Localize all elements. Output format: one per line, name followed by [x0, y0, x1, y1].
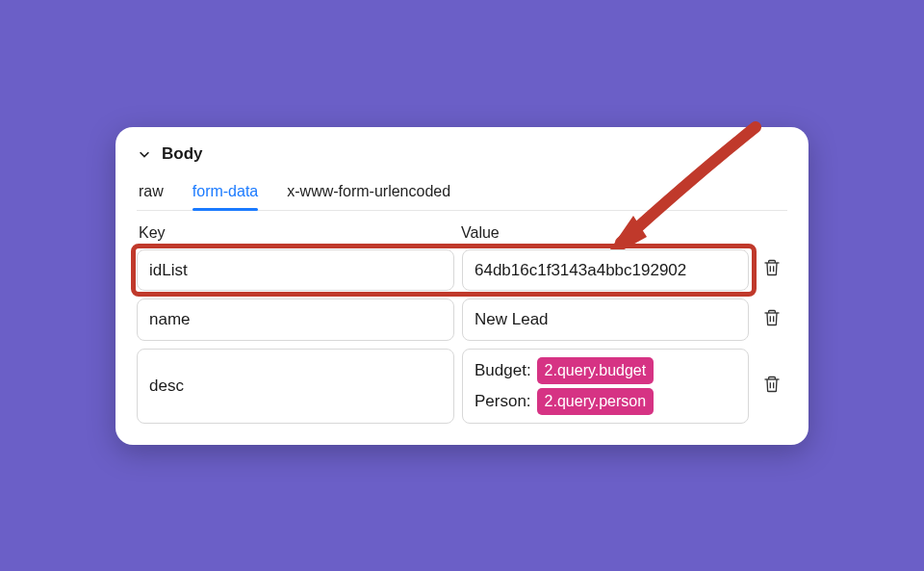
- variable-chip[interactable]: 2.query.person: [537, 388, 654, 415]
- value-text: 64db16c1f3143a4bbc192902: [475, 258, 686, 283]
- key-text: desc: [149, 374, 184, 399]
- delete-row-button[interactable]: [757, 298, 787, 341]
- trash-icon: [762, 308, 782, 331]
- key-input[interactable]: desc: [137, 349, 454, 424]
- tab-raw[interactable]: raw: [139, 177, 164, 210]
- form-data-row: idList 64db16c1f3143a4bbc192902: [137, 249, 787, 292]
- tab-form-data[interactable]: form-data: [192, 177, 258, 210]
- section-title: Body: [162, 144, 203, 164]
- form-data-row: desc Budget: 2.query.budget Person: 2.qu…: [137, 349, 787, 424]
- variable-chip[interactable]: 2.query.budget: [537, 357, 654, 384]
- form-data-column-headers: Key Value: [137, 224, 787, 249]
- value-line: Person: 2.query.person: [475, 388, 736, 415]
- section-header[interactable]: Body: [137, 144, 787, 164]
- chevron-down-icon: [137, 146, 152, 162]
- body-type-tabs: raw form-data x-www-form-urlencoded: [137, 177, 787, 211]
- body-panel: Body raw form-data x-www-form-urlencoded…: [116, 127, 808, 445]
- form-data-row: name New Lead: [137, 298, 787, 341]
- tab-urlencoded[interactable]: x-www-form-urlencoded: [287, 177, 450, 210]
- key-input[interactable]: name: [137, 298, 454, 341]
- delete-row-button[interactable]: [757, 249, 787, 292]
- trash-icon: [762, 375, 782, 398]
- key-text: name: [149, 307, 191, 332]
- value-line: Budget: 2.query.budget: [475, 357, 736, 384]
- column-header-key: Key: [139, 224, 461, 242]
- form-data-rows: idList 64db16c1f3143a4bbc192902 name New…: [137, 249, 787, 424]
- value-text: New Lead: [475, 307, 549, 332]
- value-label: Budget:: [475, 358, 531, 383]
- value-input[interactable]: New Lead: [462, 298, 749, 341]
- value-input[interactable]: Budget: 2.query.budget Person: 2.query.p…: [462, 349, 749, 424]
- delete-row-button[interactable]: [757, 349, 787, 424]
- column-header-value: Value: [461, 224, 785, 242]
- trash-icon: [762, 258, 782, 281]
- value-label: Person:: [475, 389, 531, 414]
- key-text: idList: [149, 258, 188, 283]
- value-input[interactable]: 64db16c1f3143a4bbc192902: [462, 249, 749, 292]
- key-input[interactable]: idList: [137, 249, 454, 292]
